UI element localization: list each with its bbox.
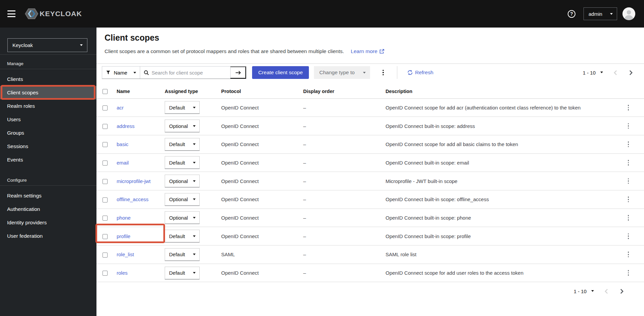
scope-name-link[interactable]: email bbox=[117, 160, 129, 166]
sidebar-item-user-federation[interactable]: User federation bbox=[0, 229, 96, 243]
cell-display-order: – bbox=[303, 135, 386, 153]
cell-display-order: – bbox=[303, 98, 386, 117]
sidebar-item-label: Realm settings bbox=[7, 193, 42, 199]
column-header-assigned-type: Assigned type bbox=[165, 79, 221, 98]
avatar[interactable] bbox=[622, 7, 635, 20]
row-kebab-menu[interactable] bbox=[625, 250, 632, 260]
assigned-type-select[interactable]: Default bbox=[165, 138, 200, 151]
keycloak-logo[interactable]: KEYCLOAK bbox=[25, 8, 82, 20]
hamburger-menu-icon[interactable] bbox=[7, 10, 16, 17]
toolbar-kebab-menu[interactable] bbox=[379, 66, 387, 79]
row-checkbox[interactable] bbox=[103, 271, 108, 276]
cell-protocol: OpenID Connect bbox=[221, 98, 303, 117]
assigned-type-select[interactable]: Default bbox=[165, 230, 200, 242]
sidebar-item-authentication[interactable]: Authentication bbox=[0, 202, 96, 216]
scope-name-link[interactable]: role_list bbox=[117, 252, 134, 257]
table-row-profile: profileDefaultOpenID Connect–OpenID Conn… bbox=[96, 227, 644, 245]
row-checkbox[interactable] bbox=[103, 161, 108, 166]
cell-display-order: – bbox=[303, 117, 386, 135]
previous-page-icon[interactable] bbox=[614, 70, 618, 75]
assigned-type-select[interactable]: Optional bbox=[165, 120, 200, 132]
create-client-scope-button[interactable]: Create client scope bbox=[252, 66, 309, 79]
cell-checkbox bbox=[96, 190, 117, 209]
sidebar: Keycloak ManageClientsClient scopesRealm… bbox=[0, 28, 96, 316]
cell-name: acr bbox=[117, 98, 165, 117]
brand-wordmark: KEYCLOAK bbox=[40, 10, 82, 18]
select-all-checkbox[interactable] bbox=[103, 89, 108, 94]
cell-description: Microprofile - JWT built-in scope bbox=[386, 172, 613, 190]
assigned-type-value: Default bbox=[169, 141, 185, 147]
assigned-type-select[interactable]: Optional bbox=[165, 193, 200, 206]
change-type-dropdown[interactable]: Change type to bbox=[314, 66, 370, 79]
assigned-type-value: Default bbox=[169, 233, 185, 239]
refresh-icon bbox=[407, 70, 413, 75]
pagination-menu-toggle[interactable] bbox=[600, 72, 603, 74]
row-kebab-menu[interactable] bbox=[625, 194, 632, 205]
assigned-type-select[interactable]: Default bbox=[165, 267, 200, 279]
row-kebab-menu[interactable] bbox=[625, 139, 632, 149]
scope-name-link[interactable]: phone bbox=[117, 215, 131, 221]
pagination-menu-toggle[interactable] bbox=[591, 290, 594, 292]
row-kebab-menu[interactable] bbox=[625, 157, 632, 168]
sidebar-item-identity-providers[interactable]: Identity providers bbox=[0, 216, 96, 229]
help-icon[interactable]: ? bbox=[568, 10, 575, 18]
row-kebab-menu[interactable] bbox=[625, 102, 632, 112]
table-row-offline-access: offline_accessOptionalOpenID Connect–Ope… bbox=[96, 190, 644, 209]
assigned-type-select[interactable]: Optional bbox=[165, 175, 200, 187]
next-page-icon[interactable] bbox=[629, 70, 634, 75]
scope-name-link[interactable]: roles bbox=[117, 270, 128, 276]
realm-selector[interactable]: Keycloak bbox=[7, 38, 87, 52]
assigned-type-value: Optional bbox=[169, 178, 188, 184]
next-page-icon[interactable] bbox=[620, 289, 625, 294]
assigned-type-select[interactable]: Optional bbox=[165, 211, 200, 224]
user-menu-dropdown[interactable]: admin bbox=[583, 7, 617, 20]
learn-more-link[interactable]: Learn more bbox=[351, 48, 384, 55]
search-submit-button[interactable] bbox=[230, 66, 246, 79]
cell-protocol: SAML bbox=[221, 245, 303, 264]
sidebar-divider bbox=[0, 54, 96, 55]
row-kebab-menu[interactable] bbox=[625, 231, 632, 241]
assigned-type-select[interactable]: Default bbox=[165, 101, 200, 114]
scope-name-link[interactable]: offline_access bbox=[117, 196, 149, 202]
sidebar-item-clients[interactable]: Clients bbox=[0, 73, 96, 86]
sidebar-item-events[interactable]: Events bbox=[0, 153, 96, 167]
filter-icon bbox=[106, 71, 110, 75]
cell-actions bbox=[613, 135, 644, 153]
sidebar-item-realm-roles[interactable]: Realm roles bbox=[0, 99, 96, 113]
caret-down-icon bbox=[363, 72, 366, 74]
sidebar-item-groups[interactable]: Groups bbox=[0, 126, 96, 140]
scope-name-link[interactable]: address bbox=[117, 123, 134, 129]
row-kebab-menu[interactable] bbox=[625, 176, 632, 186]
scope-name-link[interactable]: microprofile-jwt bbox=[117, 178, 151, 184]
cell-actions bbox=[613, 264, 644, 282]
scope-name-link[interactable]: acr bbox=[117, 105, 124, 110]
search-input[interactable] bbox=[152, 70, 224, 76]
row-checkbox[interactable] bbox=[103, 179, 108, 184]
filter-type-dropdown[interactable]: Name bbox=[102, 66, 140, 79]
toolbar: Name Create client scope Change type to bbox=[96, 66, 644, 79]
row-kebab-menu[interactable] bbox=[625, 121, 632, 131]
row-checkbox[interactable] bbox=[103, 253, 108, 258]
sidebar-item-realm-settings[interactable]: Realm settings bbox=[0, 189, 96, 202]
cell-display-order: – bbox=[303, 245, 386, 264]
previous-page-icon[interactable] bbox=[605, 289, 609, 294]
assigned-type-select[interactable]: Default bbox=[165, 248, 200, 261]
caret-down-icon bbox=[193, 198, 196, 200]
table-row-roles: rolesDefaultOpenID Connect–OpenID Connec… bbox=[96, 264, 644, 282]
row-kebab-menu[interactable] bbox=[625, 213, 632, 223]
caret-down-icon bbox=[193, 143, 196, 145]
refresh-button[interactable]: Refresh bbox=[407, 70, 433, 76]
row-checkbox[interactable] bbox=[103, 197, 108, 202]
row-checkbox[interactable] bbox=[103, 124, 108, 129]
filter-type-label: Name bbox=[114, 70, 127, 76]
sidebar-item-users[interactable]: Users bbox=[0, 113, 96, 126]
row-kebab-menu[interactable] bbox=[625, 268, 632, 278]
cell-description: SAML role list bbox=[386, 245, 613, 264]
row-checkbox[interactable] bbox=[103, 105, 108, 110]
assigned-type-select[interactable]: Default bbox=[165, 156, 200, 169]
scope-name-link[interactable]: basic bbox=[117, 141, 128, 147]
cell-checkbox bbox=[96, 98, 117, 117]
row-checkbox[interactable] bbox=[103, 142, 108, 147]
row-checkbox[interactable] bbox=[103, 216, 108, 221]
sidebar-item-sessions[interactable]: Sessions bbox=[0, 140, 96, 153]
